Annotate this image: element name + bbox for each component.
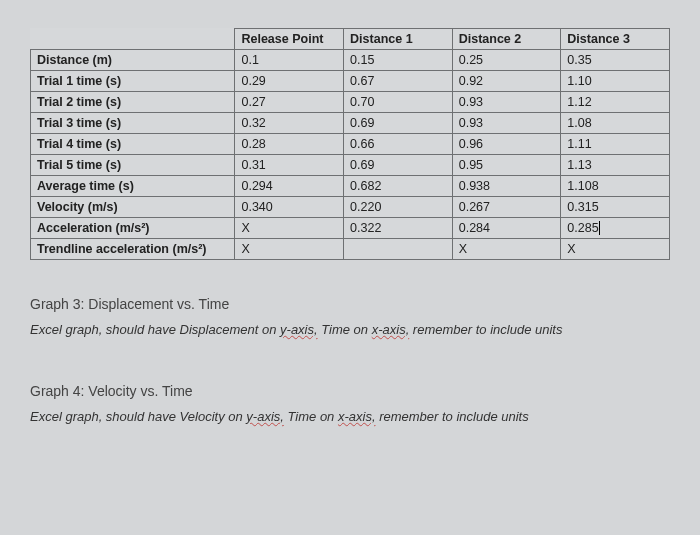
table-corner-blank [31,29,235,50]
graph3-note: Excel graph, should have Displacement on… [30,322,670,337]
cell: 0.66 [344,134,453,155]
table-header-row: Release Point Distance 1 Distance 2 Dist… [31,29,670,50]
note-text: remember to include units [376,409,529,424]
table-row: Trial 1 time (s) 0.29 0.67 0.92 1.10 [31,71,670,92]
cell: 0.340 [235,197,344,218]
cell: 0.69 [344,155,453,176]
cell: X [235,218,344,239]
cell: 1.10 [561,71,670,92]
row-header: Average time (s) [31,176,235,197]
cell: 0.92 [452,71,561,92]
cell: 0.25 [452,50,561,71]
cell: 0.29 [235,71,344,92]
col-header: Distance 2 [452,29,561,50]
row-header: Trial 2 time (s) [31,92,235,113]
cell: 1.13 [561,155,670,176]
row-header: Distance (m) [31,50,235,71]
cell: 0.322 [344,218,453,239]
col-header: Release Point [235,29,344,50]
row-header: Trial 5 time (s) [31,155,235,176]
xaxis-text: x-axis, [338,409,376,424]
cell: 1.08 [561,113,670,134]
cell: 0.682 [344,176,453,197]
xaxis-text: x-axis, [372,322,410,337]
row-header: Trial 3 time (s) [31,113,235,134]
cell: 0.67 [344,71,453,92]
yaxis-text: y-axis, [280,322,318,337]
cell: X [561,239,670,260]
row-header: Trial 4 time (s) [31,134,235,155]
note-text: Excel graph, should have Displacement on [30,322,280,337]
graph4-title: Graph 4: Velocity vs. Time [30,383,670,399]
cell: 1.11 [561,134,670,155]
row-header: Acceleration (m/s²) [31,218,235,239]
value-with-cursor: 0.285 [567,221,599,235]
note-text: Time on [284,409,338,424]
cell: 0.32 [235,113,344,134]
table-row: Average time (s) 0.294 0.682 0.938 1.108 [31,176,670,197]
cell: 0.938 [452,176,561,197]
cell: 0.69 [344,113,453,134]
cell: 0.315 [561,197,670,218]
cell: 0.35 [561,50,670,71]
cell: 0.31 [235,155,344,176]
cell: 1.108 [561,176,670,197]
note-text: Time on [318,322,372,337]
table-row: Acceleration (m/s²) X 0.322 0.284 0.285 [31,218,670,239]
cell: X [235,239,344,260]
table-row: Trial 5 time (s) 0.31 0.69 0.95 1.13 [31,155,670,176]
cell: 0.1 [235,50,344,71]
cell: 0.96 [452,134,561,155]
row-header: Trendline acceleration (m/s²) [31,239,235,260]
yaxis-text: y-axis, [246,409,284,424]
cell: 0.15 [344,50,453,71]
cell: 0.95 [452,155,561,176]
data-table: Release Point Distance 1 Distance 2 Dist… [30,28,670,260]
table-row: Trial 3 time (s) 0.32 0.69 0.93 1.08 [31,113,670,134]
table-row: Trial 2 time (s) 0.27 0.70 0.93 1.12 [31,92,670,113]
col-header: Distance 1 [344,29,453,50]
document-page: Release Point Distance 1 Distance 2 Dist… [0,0,700,442]
row-header: Trial 1 time (s) [31,71,235,92]
graph3-title: Graph 3: Displacement vs. Time [30,296,670,312]
row-header: Velocity (m/s) [31,197,235,218]
table-row: Trial 4 time (s) 0.28 0.66 0.96 1.11 [31,134,670,155]
cell: 0.220 [344,197,453,218]
cell: 0.28 [235,134,344,155]
cell: 0.93 [452,113,561,134]
cell: 0.70 [344,92,453,113]
table-row: Trendline acceleration (m/s²) X X X [31,239,670,260]
cell: 0.267 [452,197,561,218]
cell: 0.284 [452,218,561,239]
table-row: Velocity (m/s) 0.340 0.220 0.267 0.315 [31,197,670,218]
cell: 0.93 [452,92,561,113]
note-text: Excel graph, should have Velocity on [30,409,246,424]
note-text: remember to include units [409,322,562,337]
cell: 0.285 [561,218,670,239]
cell [344,239,453,260]
table-row: Distance (m) 0.1 0.15 0.25 0.35 [31,50,670,71]
cell: 0.294 [235,176,344,197]
col-header: Distance 3 [561,29,670,50]
graph4-note: Excel graph, should have Velocity on y-a… [30,409,670,424]
cell: 0.27 [235,92,344,113]
cell: 1.12 [561,92,670,113]
cell: X [452,239,561,260]
